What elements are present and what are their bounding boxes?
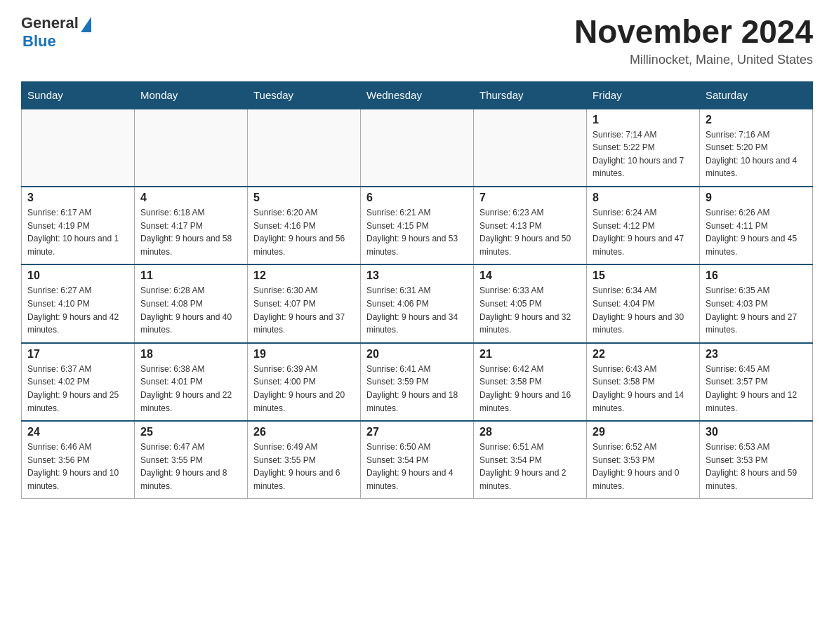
title-area: November 2024 Millinocket, Maine, United… bbox=[574, 14, 813, 67]
day-info: Sunrise: 6:46 AMSunset: 3:56 PMDaylight:… bbox=[27, 441, 128, 492]
calendar-week-row: 10Sunrise: 6:27 AMSunset: 4:10 PMDayligh… bbox=[22, 264, 813, 342]
day-info: Sunrise: 6:35 AMSunset: 4:03 PMDaylight:… bbox=[706, 284, 807, 336]
day-number: 10 bbox=[27, 269, 128, 282]
calendar-cell: 27Sunrise: 6:50 AMSunset: 3:54 PMDayligh… bbox=[361, 421, 474, 499]
calendar-cell: 13Sunrise: 6:31 AMSunset: 4:06 PMDayligh… bbox=[361, 264, 474, 342]
calendar-cell: 28Sunrise: 6:51 AMSunset: 3:54 PMDayligh… bbox=[474, 421, 587, 499]
calendar-cell: 15Sunrise: 6:34 AMSunset: 4:04 PMDayligh… bbox=[587, 264, 700, 342]
calendar-week-row: 1Sunrise: 7:14 AMSunset: 5:22 PMDaylight… bbox=[22, 109, 813, 187]
day-info: Sunrise: 6:23 AMSunset: 4:13 PMDaylight:… bbox=[479, 206, 581, 258]
calendar-cell: 7Sunrise: 6:23 AMSunset: 4:13 PMDaylight… bbox=[474, 187, 587, 264]
day-info: Sunrise: 6:37 AMSunset: 4:02 PMDaylight:… bbox=[27, 363, 128, 415]
day-number: 27 bbox=[366, 426, 468, 438]
day-number: 30 bbox=[706, 426, 807, 438]
day-number: 21 bbox=[479, 348, 581, 361]
day-info: Sunrise: 6:52 AMSunset: 3:53 PMDaylight:… bbox=[593, 441, 694, 492]
day-number: 11 bbox=[140, 269, 241, 282]
day-info: Sunrise: 6:28 AMSunset: 4:08 PMDaylight:… bbox=[140, 284, 241, 336]
calendar-cell: 3Sunrise: 6:17 AMSunset: 4:19 PMDaylight… bbox=[22, 187, 135, 264]
day-number: 3 bbox=[27, 192, 128, 204]
day-info: Sunrise: 6:42 AMSunset: 3:58 PMDaylight:… bbox=[479, 363, 581, 415]
calendar-cell: 24Sunrise: 6:46 AMSunset: 3:56 PMDayligh… bbox=[22, 421, 135, 499]
day-number: 23 bbox=[706, 348, 807, 361]
day-info: Sunrise: 6:38 AMSunset: 4:01 PMDaylight:… bbox=[140, 363, 241, 415]
calendar-cell: 10Sunrise: 6:27 AMSunset: 4:10 PMDayligh… bbox=[22, 264, 135, 342]
header-saturday: Saturday bbox=[700, 81, 813, 109]
day-number: 14 bbox=[479, 269, 581, 282]
calendar-cell bbox=[361, 109, 474, 187]
calendar-cell: 11Sunrise: 6:28 AMSunset: 4:08 PMDayligh… bbox=[135, 264, 248, 342]
calendar-cell: 1Sunrise: 7:14 AMSunset: 5:22 PMDaylight… bbox=[587, 109, 700, 187]
calendar-cell bbox=[22, 109, 135, 187]
day-info: Sunrise: 7:14 AMSunset: 5:22 PMDaylight:… bbox=[593, 128, 694, 180]
day-info: Sunrise: 6:30 AMSunset: 4:07 PMDaylight:… bbox=[253, 284, 355, 336]
day-info: Sunrise: 6:18 AMSunset: 4:17 PMDaylight:… bbox=[140, 206, 241, 258]
logo-triangle-icon bbox=[81, 17, 91, 32]
calendar-cell: 5Sunrise: 6:20 AMSunset: 4:16 PMDaylight… bbox=[248, 187, 361, 264]
logo: General Blue bbox=[21, 14, 91, 51]
day-info: Sunrise: 6:45 AMSunset: 3:57 PMDaylight:… bbox=[706, 363, 807, 415]
calendar-cell: 22Sunrise: 6:43 AMSunset: 3:58 PMDayligh… bbox=[587, 343, 700, 421]
day-number: 16 bbox=[706, 269, 807, 282]
calendar-table: Sunday Monday Tuesday Wednesday Thursday… bbox=[21, 81, 813, 499]
logo-general-text: General bbox=[21, 14, 79, 32]
day-number: 8 bbox=[593, 192, 694, 204]
day-info: Sunrise: 6:51 AMSunset: 3:54 PMDaylight:… bbox=[479, 441, 581, 492]
day-info: Sunrise: 6:34 AMSunset: 4:04 PMDaylight:… bbox=[593, 284, 694, 336]
day-info: Sunrise: 6:53 AMSunset: 3:53 PMDaylight:… bbox=[706, 441, 807, 492]
day-number: 29 bbox=[593, 426, 694, 438]
calendar-cell: 14Sunrise: 6:33 AMSunset: 4:05 PMDayligh… bbox=[474, 264, 587, 342]
day-info: Sunrise: 6:33 AMSunset: 4:05 PMDaylight:… bbox=[479, 284, 581, 336]
calendar-cell: 18Sunrise: 6:38 AMSunset: 4:01 PMDayligh… bbox=[135, 343, 248, 421]
calendar-week-row: 3Sunrise: 6:17 AMSunset: 4:19 PMDaylight… bbox=[22, 187, 813, 264]
day-number: 22 bbox=[593, 348, 694, 361]
calendar-cell: 6Sunrise: 6:21 AMSunset: 4:15 PMDaylight… bbox=[361, 187, 474, 264]
day-number: 1 bbox=[593, 114, 694, 126]
day-info: Sunrise: 6:26 AMSunset: 4:11 PMDaylight:… bbox=[706, 206, 807, 258]
logo-blue-text: Blue bbox=[22, 32, 56, 51]
day-info: Sunrise: 6:17 AMSunset: 4:19 PMDaylight:… bbox=[27, 206, 128, 258]
calendar-cell: 8Sunrise: 6:24 AMSunset: 4:12 PMDaylight… bbox=[587, 187, 700, 264]
calendar-cell: 20Sunrise: 6:41 AMSunset: 3:59 PMDayligh… bbox=[361, 343, 474, 421]
day-info: Sunrise: 6:41 AMSunset: 3:59 PMDaylight:… bbox=[366, 363, 468, 415]
day-number: 6 bbox=[366, 192, 468, 204]
calendar-cell: 12Sunrise: 6:30 AMSunset: 4:07 PMDayligh… bbox=[248, 264, 361, 342]
calendar-cell: 4Sunrise: 6:18 AMSunset: 4:17 PMDaylight… bbox=[135, 187, 248, 264]
calendar-cell bbox=[135, 109, 248, 187]
location-subtitle: Millinocket, Maine, United States bbox=[574, 53, 813, 67]
calendar-week-row: 24Sunrise: 6:46 AMSunset: 3:56 PMDayligh… bbox=[22, 421, 813, 499]
day-info: Sunrise: 6:20 AMSunset: 4:16 PMDaylight:… bbox=[253, 206, 355, 258]
day-number: 9 bbox=[706, 192, 807, 204]
day-number: 25 bbox=[140, 426, 241, 438]
day-number: 26 bbox=[253, 426, 355, 438]
header-tuesday: Tuesday bbox=[248, 81, 361, 109]
day-info: Sunrise: 7:16 AMSunset: 5:20 PMDaylight:… bbox=[706, 128, 807, 180]
header-wednesday: Wednesday bbox=[361, 81, 474, 109]
day-info: Sunrise: 6:24 AMSunset: 4:12 PMDaylight:… bbox=[593, 206, 694, 258]
calendar-cell: 2Sunrise: 7:16 AMSunset: 5:20 PMDaylight… bbox=[700, 109, 813, 187]
calendar-cell: 21Sunrise: 6:42 AMSunset: 3:58 PMDayligh… bbox=[474, 343, 587, 421]
calendar-cell bbox=[474, 109, 587, 187]
calendar-week-row: 17Sunrise: 6:37 AMSunset: 4:02 PMDayligh… bbox=[22, 343, 813, 421]
calendar-cell: 25Sunrise: 6:47 AMSunset: 3:55 PMDayligh… bbox=[135, 421, 248, 499]
calendar-cell: 9Sunrise: 6:26 AMSunset: 4:11 PMDaylight… bbox=[700, 187, 813, 264]
day-number: 18 bbox=[140, 348, 241, 361]
calendar-cell: 19Sunrise: 6:39 AMSunset: 4:00 PMDayligh… bbox=[248, 343, 361, 421]
day-info: Sunrise: 6:43 AMSunset: 3:58 PMDaylight:… bbox=[593, 363, 694, 415]
header-sunday: Sunday bbox=[22, 81, 135, 109]
day-info: Sunrise: 6:31 AMSunset: 4:06 PMDaylight:… bbox=[366, 284, 468, 336]
day-number: 5 bbox=[253, 192, 355, 204]
day-info: Sunrise: 6:50 AMSunset: 3:54 PMDaylight:… bbox=[366, 441, 468, 492]
day-info: Sunrise: 6:49 AMSunset: 3:55 PMDaylight:… bbox=[253, 441, 355, 492]
day-number: 28 bbox=[479, 426, 581, 438]
day-info: Sunrise: 6:39 AMSunset: 4:00 PMDaylight:… bbox=[253, 363, 355, 415]
day-number: 4 bbox=[140, 192, 241, 204]
header: General Blue November 2024 Millinocket, … bbox=[21, 14, 813, 67]
day-number: 15 bbox=[593, 269, 694, 282]
header-monday: Monday bbox=[135, 81, 248, 109]
calendar-cell: 16Sunrise: 6:35 AMSunset: 4:03 PMDayligh… bbox=[700, 264, 813, 342]
day-number: 12 bbox=[253, 269, 355, 282]
day-number: 13 bbox=[366, 269, 468, 282]
calendar-cell: 29Sunrise: 6:52 AMSunset: 3:53 PMDayligh… bbox=[587, 421, 700, 499]
header-thursday: Thursday bbox=[474, 81, 587, 109]
